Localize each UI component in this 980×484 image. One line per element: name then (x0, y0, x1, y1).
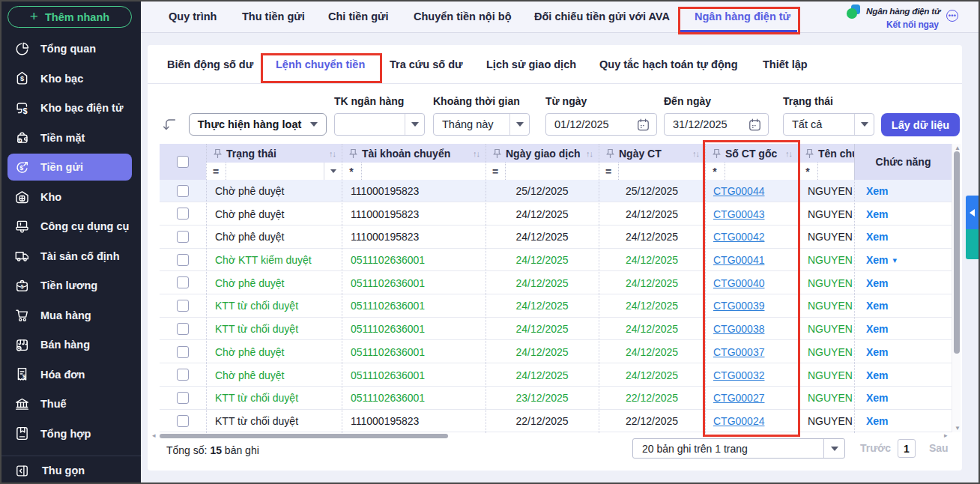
svg-text:$: $ (19, 139, 21, 143)
svg-text:$: $ (21, 284, 24, 290)
svg-text:$: $ (19, 163, 23, 171)
svg-text:$: $ (20, 75, 24, 82)
svg-text:$: $ (22, 373, 26, 380)
svg-text:$: $ (22, 106, 27, 115)
